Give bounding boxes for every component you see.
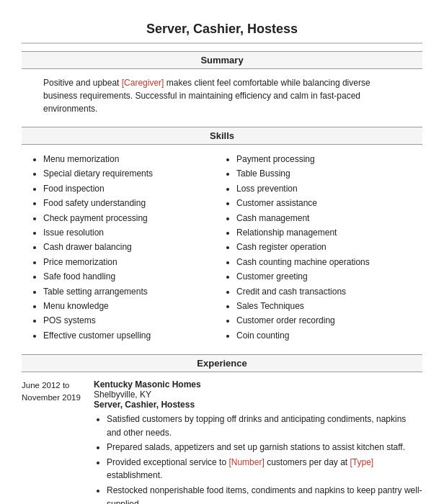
exp-content: Kentucky Masonic HomesShelbyville, KYSer…	[94, 379, 422, 504]
summary-header: Summary	[22, 51, 422, 69]
highlight-text: [Type]	[350, 457, 374, 467]
summary-text: Positive and upbeat [Caregiver] makes cl…	[22, 73, 422, 121]
skill-item: Sales Techniques	[236, 299, 415, 313]
experience-header: Experience	[22, 354, 422, 372]
highlight-text: [Number]	[228, 457, 264, 467]
exp-location: Shelbyville, KY	[94, 390, 422, 400]
skill-item: Table setting arrangements	[43, 284, 222, 299]
skill-item: Customer greeting	[236, 269, 415, 284]
skills-grid: Menu memorizationSpecial dietary require…	[22, 149, 422, 348]
skills-right-col: Payment processingTable BussingLoss prev…	[222, 152, 415, 343]
exp-bullet: Restocked nonperishable food items, cond…	[107, 484, 422, 504]
skill-item: Customer order recording	[236, 313, 415, 328]
skill-item: Safe food handling	[43, 269, 222, 284]
skill-item: Cash drawer balancing	[43, 240, 222, 254]
skills-left-col: Menu memorizationSpecial dietary require…	[29, 152, 222, 343]
skill-item: Table Bussing	[236, 166, 415, 181]
skill-item: Menu knowledge	[43, 299, 222, 313]
skill-item: Issue resolution	[43, 225, 222, 240]
exp-bullet: Satisfied customers by topping off drink…	[107, 413, 422, 439]
page-title: Server, Cashier, Hostess	[22, 14, 422, 44]
skill-item: Coin counting	[236, 328, 415, 343]
skill-item: POS systems	[43, 313, 222, 328]
exp-bullets: Satisfied customers by topping off drink…	[94, 413, 422, 504]
exp-row: June 2012 toNovember 2019Kentucky Masoni…	[22, 377, 422, 504]
skill-item: Credit and cash transactions	[236, 284, 415, 299]
summary-highlight: [Caregiver]	[122, 78, 164, 88]
exp-bullet: Provided exceptional service to [Number]…	[107, 456, 422, 482]
skills-section: Skills Menu memorizationSpecial dietary …	[22, 127, 422, 348]
skill-item: Price memorization	[43, 255, 222, 269]
skill-item: Effective customer upselling	[43, 328, 222, 343]
skill-item: Menu memorization	[43, 152, 222, 166]
exp-company: Kentucky Masonic Homes	[94, 379, 422, 390]
summary-section: Summary Positive and upbeat [Caregiver] …	[22, 51, 422, 121]
skill-item: Cash management	[236, 211, 415, 225]
skill-item: Payment processing	[236, 152, 415, 166]
skill-item: Check payment processing	[43, 211, 222, 225]
skill-item: Food inspection	[43, 181, 222, 196]
skill-item: Food safety understanding	[43, 196, 222, 210]
skill-item: Customer assistance	[236, 196, 415, 210]
exp-bullet: Prepared salads, appetizers and set up g…	[107, 441, 422, 454]
experience-section: Experience June 2012 toNovember 2019Kent…	[22, 354, 422, 504]
exp-dates: June 2012 toNovember 2019	[22, 379, 86, 504]
skill-item: Cash register operation	[236, 240, 415, 254]
skill-item: Relationship management	[236, 225, 415, 240]
skills-header: Skills	[22, 127, 422, 145]
skill-item: Cash counting machine operations	[236, 255, 415, 269]
summary-text-before: Positive and upbeat	[43, 78, 122, 88]
skill-item: Loss prevention	[236, 181, 415, 196]
exp-title: Server, Cashier, Hostess	[94, 400, 422, 410]
skill-item: Special dietary requirements	[43, 166, 222, 181]
